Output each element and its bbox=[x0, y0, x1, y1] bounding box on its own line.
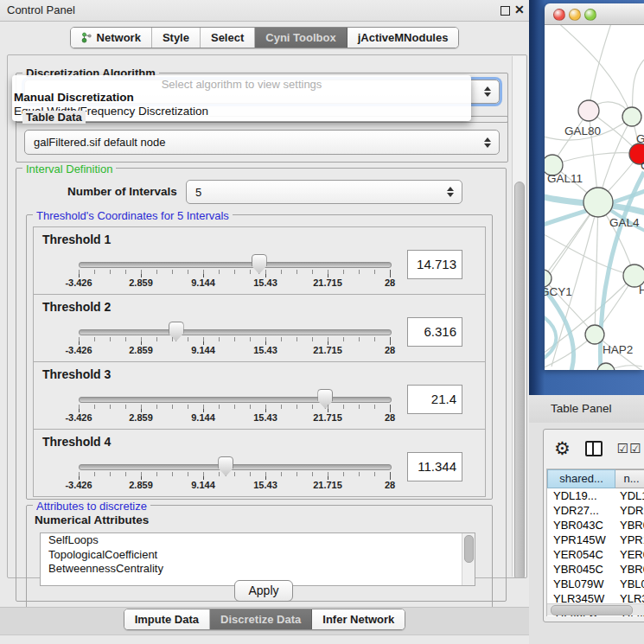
tab-discretize-data[interactable]: Discretize Data bbox=[210, 609, 312, 629]
threshold-slider-track[interactable] bbox=[79, 464, 392, 470]
threshold-slider-track[interactable] bbox=[79, 262, 392, 268]
table-row[interactable]: YDL19...YDL19 bbox=[547, 488, 644, 503]
close-traffic-light[interactable] bbox=[553, 9, 565, 21]
vertical-scrollbar[interactable] bbox=[512, 56, 526, 577]
vertical-scrollbar-thumb[interactable] bbox=[514, 182, 525, 578]
tab-label: Impute Data bbox=[135, 613, 199, 626]
tick-label: 28 bbox=[369, 412, 411, 423]
threshold-panel: Threshold 3 -3.4262.8599.14415.4321.7152… bbox=[33, 361, 486, 430]
float-icon[interactable] bbox=[501, 6, 510, 16]
network-node-label: C bbox=[641, 159, 644, 172]
table-cell[interactable]: YBR045C bbox=[615, 562, 644, 577]
threshold-value-field[interactable]: 6.316 bbox=[407, 317, 462, 347]
tick-label: 21.715 bbox=[307, 345, 348, 355]
numerical-attributes-list[interactable]: SelfLoopsTopologicalCoefficientBetweenne… bbox=[40, 532, 475, 586]
network-canvas[interactable]: GAL80GAGAL11CGAL4GCY1HHAP2 bbox=[545, 25, 644, 370]
tab-network[interactable]: Network bbox=[71, 28, 152, 48]
tab-cyni-toolbox[interactable]: Cyni Toolbox bbox=[255, 28, 347, 48]
number-of-intervals-label: Number of Intervals bbox=[67, 185, 177, 198]
table-cell[interactable]: YBR043C bbox=[547, 518, 615, 532]
tick-label: 15.43 bbox=[245, 277, 286, 288]
table-row[interactable]: YBR043CYBR043C bbox=[547, 518, 644, 532]
tab-impute-data[interactable]: Impute Data bbox=[124, 609, 210, 629]
slider-ticks bbox=[79, 270, 391, 277]
table-data-group-title: Table Data bbox=[22, 111, 86, 124]
list-scrollbar-thumb[interactable] bbox=[464, 535, 474, 563]
table-panel-body: ⚙ ☑☑ shared... n... YDL19...YDL19YDR27..… bbox=[543, 429, 644, 622]
table-row[interactable]: YBL079WYBL079W bbox=[547, 577, 644, 591]
network-node[interactable] bbox=[585, 325, 604, 344]
list-scrollbar[interactable] bbox=[462, 533, 475, 585]
horizontal-scrollbar-thumb[interactable] bbox=[551, 605, 633, 615]
number-of-intervals-spinner[interactable]: 5 bbox=[186, 180, 462, 204]
close-icon[interactable]: ✕ bbox=[514, 3, 525, 16]
table-cell[interactable]: YPR145W bbox=[615, 532, 644, 547]
network-node[interactable] bbox=[578, 100, 599, 121]
network-window-titlebar[interactable] bbox=[545, 3, 644, 25]
column-header-name[interactable]: n... bbox=[615, 469, 644, 488]
table-row[interactable]: YDR27...YDR27 bbox=[547, 503, 644, 518]
horizontal-scrollbar[interactable] bbox=[547, 603, 644, 615]
zoom-traffic-light[interactable] bbox=[584, 9, 596, 21]
table-cell[interactable]: YBR045C bbox=[547, 562, 615, 577]
network-node[interactable] bbox=[583, 188, 613, 217]
table-cell[interactable]: YBR043C bbox=[615, 518, 644, 532]
network-node-label: GA bbox=[636, 132, 644, 145]
slider-ticks bbox=[79, 472, 391, 480]
attribute-list-item[interactable]: SelfLoops bbox=[41, 533, 475, 548]
attribute-list-item[interactable]: BetweennessCentrality bbox=[41, 562, 475, 577]
table-cell[interactable]: YPR145W bbox=[547, 532, 615, 547]
apply-button[interactable]: Apply bbox=[234, 580, 293, 602]
gear-icon[interactable]: ⚙ bbox=[554, 439, 571, 457]
network-edge[interactable] bbox=[595, 202, 598, 335]
tab-label: jActiveMNodules bbox=[358, 31, 449, 44]
minimize-traffic-light[interactable] bbox=[569, 9, 581, 21]
checkbox-icons[interactable]: ☑☑ bbox=[617, 441, 642, 456]
threshold-slider-track[interactable] bbox=[79, 397, 392, 403]
tick-label: -3.426 bbox=[58, 480, 99, 490]
network-edge[interactable] bbox=[589, 25, 612, 111]
table-toolbar: ⚙ ☑☑ bbox=[544, 430, 644, 467]
table-row[interactable]: YPR145WYPR145W bbox=[547, 532, 644, 547]
table-row[interactable]: YBR045CYBR045C bbox=[547, 562, 644, 577]
tab-label: Select bbox=[211, 31, 244, 44]
column-browser-icon[interactable] bbox=[585, 441, 603, 456]
tab-jactivemnodules[interactable]: jActiveMNodules bbox=[348, 28, 459, 48]
network-node[interactable] bbox=[545, 270, 552, 287]
tick-label: 21.715 bbox=[307, 480, 348, 490]
threshold-value-field[interactable]: 11.344 bbox=[407, 452, 462, 481]
table-cell[interactable]: YBL079W bbox=[615, 577, 644, 591]
bottom-tab-bar: Impute Data Discretize Data Infer Networ… bbox=[0, 609, 529, 630]
table-cell[interactable]: YER054C bbox=[547, 547, 615, 562]
table-panel-title: Table Panel bbox=[551, 402, 612, 415]
slider-tick-labels: -3.4262.8599.14415.4321.71528 bbox=[58, 480, 411, 490]
network-node[interactable] bbox=[622, 107, 641, 126]
tab-infer-network[interactable]: Infer Network bbox=[312, 609, 405, 629]
threshold-value-field[interactable]: 14.713 bbox=[407, 250, 462, 279]
network-edge[interactable] bbox=[545, 233, 634, 276]
table-cell[interactable]: YDL19... bbox=[547, 488, 615, 503]
table-data-combo[interactable]: galFiltered.sif default node bbox=[24, 130, 500, 155]
node-table: shared... n... YDL19...YDL19YDR27...YDR2… bbox=[546, 469, 644, 616]
attribute-list-item[interactable]: TopologicalCoefficient bbox=[41, 548, 475, 563]
table-cell[interactable]: YDR27 bbox=[615, 503, 644, 518]
tab-style[interactable]: Style bbox=[152, 28, 201, 48]
table-cell[interactable]: YDL19 bbox=[615, 488, 644, 503]
popup-option-manual[interactable]: Manual Discretization bbox=[14, 91, 134, 104]
network-edge[interactable] bbox=[552, 153, 640, 165]
table-cell[interactable]: YDR27... bbox=[547, 503, 615, 518]
threshold-label: Threshold 4 bbox=[42, 435, 111, 449]
table-data-combo-value: galFiltered.sif default node bbox=[25, 136, 483, 149]
tab-label: Infer Network bbox=[322, 613, 394, 626]
number-of-intervals-value: 5 bbox=[187, 186, 446, 199]
table-cell[interactable]: YBL079W bbox=[547, 577, 615, 591]
threshold-value-field[interactable]: 21.4 bbox=[407, 385, 462, 414]
tab-select[interactable]: Select bbox=[201, 28, 255, 48]
network-edge[interactable] bbox=[545, 315, 556, 360]
network-node-label: GAL80 bbox=[564, 124, 601, 137]
table-cell[interactable]: YER054C bbox=[615, 547, 644, 562]
table-row[interactable]: YER054CYER054C bbox=[547, 547, 644, 562]
thresholds-group-title: Threshold's Coordinates for 5 Intervals bbox=[33, 209, 233, 222]
threshold-slider-track[interactable] bbox=[79, 329, 392, 335]
column-header-shared-name[interactable]: shared... bbox=[547, 469, 615, 488]
